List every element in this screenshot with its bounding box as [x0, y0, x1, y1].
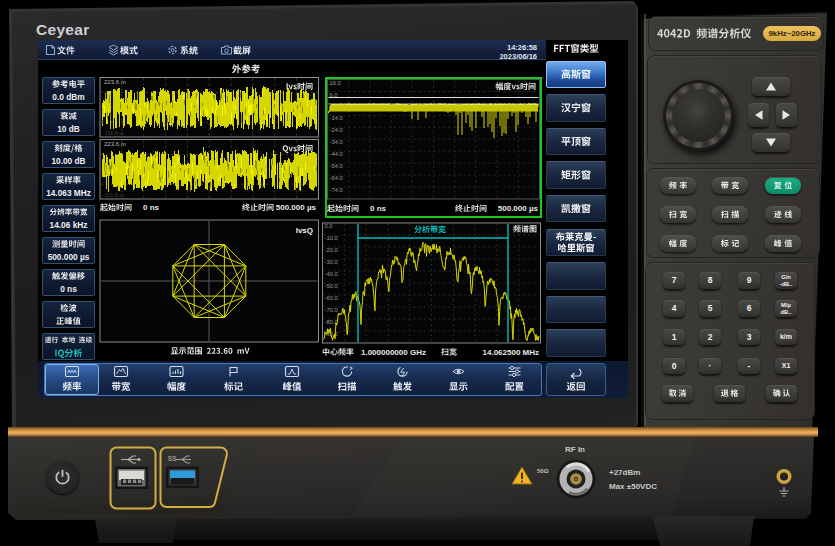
svg-text:14:26:58: 14:26:58	[507, 43, 537, 52]
svg-text:-54.0: -54.0	[330, 163, 343, 169]
svg-text:1: 1	[672, 332, 677, 342]
svg-text:7: 7	[672, 275, 677, 285]
svg-text:-60.0: -60.0	[325, 295, 338, 301]
svg-text:0 ns: 0 ns	[143, 203, 160, 212]
svg-text:2: 2	[708, 332, 713, 342]
svg-text:-40.0: -40.0	[325, 271, 338, 277]
svg-text:14.063 MHz: 14.063 MHz	[46, 188, 91, 198]
svg-text:-74.0: -74.0	[330, 187, 343, 193]
svg-text:6.0: 6.0	[330, 92, 338, 98]
svg-text:14.06 kHz: 14.06 kHz	[50, 220, 88, 230]
svg-text:6: 6	[747, 303, 752, 313]
svg-text:0: 0	[672, 361, 677, 371]
svg-text:500.000 µs: 500.000 µs	[276, 203, 317, 212]
svg-text:-30.0: -30.0	[325, 259, 338, 265]
svg-text:10.00 dB: 10.00 dB	[51, 156, 85, 166]
svg-text:9: 9	[747, 275, 752, 285]
svg-text:dB..: dB..	[781, 309, 792, 315]
svg-text:500.000 µs: 500.000 µs	[498, 204, 539, 213]
svg-text:500.000 µs: 500.000 µs	[48, 252, 90, 262]
svg-text:Ceyear: Ceyear	[36, 21, 90, 38]
svg-text:G/n: G/n	[781, 274, 791, 280]
svg-text:10 dB: 10 dB	[57, 124, 80, 134]
svg-text:5: 5	[708, 303, 713, 313]
svg-text:0.0 dBm: 0.0 dBm	[52, 92, 84, 102]
svg-text:2023/06/16: 2023/06/16	[499, 52, 537, 61]
svg-text:·: ·	[709, 361, 712, 371]
svg-text:-24.0: -24.0	[330, 127, 343, 133]
svg-text:-64.0: -64.0	[330, 175, 343, 181]
svg-text:Max ±50VDC: Max ±50VDC	[609, 482, 657, 491]
svg-text:-dB..: -dB..	[780, 281, 793, 287]
svg-text:8: 8	[708, 275, 713, 285]
svg-text:1.000000000 GHz: 1.000000000 GHz	[361, 348, 426, 357]
svg-text:0 ns: 0 ns	[370, 204, 387, 213]
svg-text:14.062500 MHz: 14.062500 MHz	[483, 348, 539, 357]
svg-text:-44.0: -44.0	[330, 151, 343, 157]
svg-text:-34.0: -34.0	[330, 139, 343, 145]
svg-text:-10.0: -10.0	[325, 235, 338, 241]
svg-text:-70.0: -70.0	[325, 307, 338, 313]
svg-text:+27dBm: +27dBm	[609, 468, 640, 477]
svg-text:IvsQ: IvsQ	[296, 226, 313, 235]
svg-text:-50.0: -50.0	[325, 283, 338, 289]
svg-text:X1: X1	[782, 362, 791, 369]
svg-text:16.0: 16.0	[330, 80, 341, 86]
svg-text:3: 3	[747, 332, 752, 342]
svg-text:50Ω: 50Ω	[537, 468, 549, 474]
svg-text:-: -	[748, 361, 751, 371]
svg-text:M/µ: M/µ	[781, 302, 791, 308]
svg-text:-20.0: -20.0	[325, 247, 338, 253]
svg-text:-14.0: -14.0	[330, 115, 343, 121]
svg-text:223.6 m: 223.6 m	[104, 141, 126, 147]
svg-text:SS: SS	[168, 455, 177, 462]
svg-text:223.6 m: 223.6 m	[104, 79, 126, 85]
svg-text:0.0: 0.0	[325, 223, 333, 229]
svg-text:-111.8 m: -111.8 m	[103, 192, 124, 198]
svg-text:9kHz~20GHz: 9kHz~20GHz	[768, 29, 815, 38]
svg-text:k/m: k/m	[780, 333, 792, 340]
svg-text:RF In: RF In	[565, 445, 585, 454]
svg-text:-111.8 m: -111.8 m	[103, 130, 124, 136]
svg-text:0 ns: 0 ns	[60, 284, 77, 294]
svg-text:4: 4	[672, 303, 677, 313]
